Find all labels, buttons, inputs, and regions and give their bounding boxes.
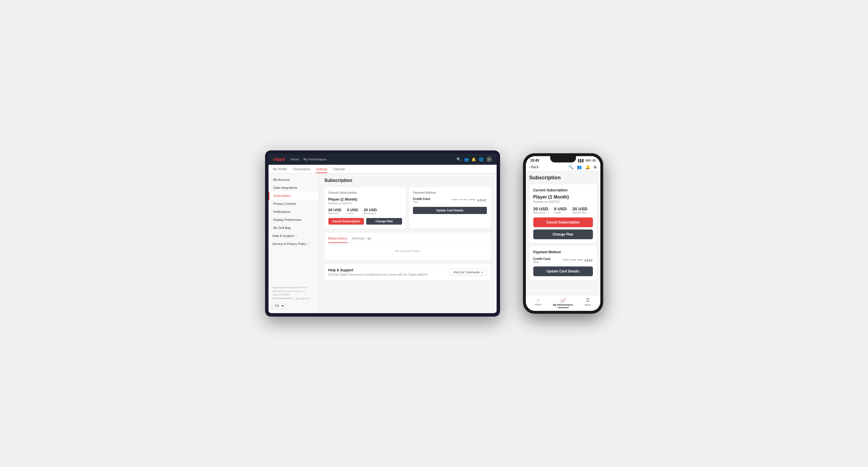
sidebar-item-my-golf-bag[interactable]: My Golf Bag › bbox=[269, 224, 318, 232]
phone-nav-bar: ‹ Back 🔍 👥 🔔 ⊕ bbox=[526, 164, 600, 171]
signal-icon: ▌▌▌ bbox=[578, 159, 584, 162]
search-icon[interactable]: 🔍 bbox=[568, 165, 574, 169]
phone-amount-due-label: Amount due bbox=[572, 211, 587, 214]
chevron-icon: › bbox=[313, 186, 314, 189]
no-invoices-message: No Invoices Found bbox=[329, 246, 487, 256]
phone-payment-method-card: Payment Method Credit Card Visa **** ***… bbox=[529, 246, 597, 280]
nav-link-performance[interactable]: My Performance bbox=[304, 158, 327, 161]
sidebar-item-my-account[interactable]: My Account › bbox=[269, 176, 318, 184]
billing-tabs: Billing History Referrals 0 bbox=[329, 237, 487, 243]
cancel-subscription-button[interactable]: Cancel Subscription bbox=[329, 218, 364, 225]
active-indicator bbox=[557, 307, 569, 308]
tab-tutorials[interactable]: Tutorials bbox=[333, 167, 345, 173]
phone-nav-menu[interactable]: ☰ Menu bbox=[576, 298, 600, 308]
phone-nav-performance[interactable]: 📈 My Performance bbox=[551, 298, 576, 308]
plus-circle-icon[interactable]: ⊕ bbox=[593, 165, 597, 169]
phone-payment-brand: Visa bbox=[533, 260, 551, 263]
phone-payment-number: **** **** **** 4242 bbox=[563, 259, 593, 262]
current-subscription-label: Current Subscription bbox=[329, 191, 402, 194]
phone-change-plan-button[interactable]: Change Plan bbox=[533, 229, 593, 239]
tablet-sidebar: My Account › Data Integrations › Subscri… bbox=[269, 173, 319, 313]
bell-icon[interactable]: 🔔 bbox=[585, 165, 590, 169]
wifi-icon: WiFi bbox=[585, 159, 591, 162]
tablet-device: clippd Home My Performance 🔍 👥 🔔 🌐 A My … bbox=[265, 150, 500, 317]
tab-my-profile[interactable]: My Profile bbox=[273, 167, 287, 173]
base-price-item: 20 USD Base price bbox=[329, 208, 342, 215]
home-icon: ⌂ bbox=[537, 298, 539, 303]
bell-icon[interactable]: 🔔 bbox=[471, 157, 476, 162]
phone-current-subscription-card: Current Subscription Player (1 Month) Re… bbox=[529, 184, 597, 243]
external-link-icon: ↗ bbox=[481, 271, 483, 274]
back-button[interactable]: ‹ Back bbox=[529, 165, 539, 169]
sidebar-label-my-account: My Account bbox=[273, 178, 290, 181]
cards-row: Current Subscription Player (1 Month) Re… bbox=[324, 187, 491, 229]
version2: GDL Server Version: 2023.7.4.3 bbox=[273, 290, 314, 293]
phone-nav-home[interactable]: ⌂ Home bbox=[526, 298, 551, 308]
payment-details-row: Credit Card Visa **** **** **** 4242 bbox=[413, 197, 487, 204]
tab-connections[interactable]: Connections bbox=[292, 167, 310, 173]
performance-label: My Performance bbox=[553, 303, 573, 306]
sidebar-link-help[interactable]: Help & Support ↗ bbox=[269, 232, 318, 240]
sidebar-item-privacy-controls[interactable]: Privacy Controls › bbox=[269, 200, 318, 208]
phone-notch bbox=[550, 156, 576, 162]
phone-plan-name: Player (1 Month) bbox=[533, 194, 593, 200]
sidebar-item-data-integrations[interactable]: Data Integrations › bbox=[269, 184, 318, 192]
phone-device: 10:43 ▌▌▌ WiFi 85 ‹ Back 🔍 👥 🔔 ⊕ Subscri… bbox=[523, 153, 603, 314]
phone-payment-left: Credit Card Visa bbox=[533, 257, 551, 263]
visit-community-button[interactable]: Visit Our Community ↗ bbox=[450, 269, 487, 276]
globe-icon[interactable]: 🌐 bbox=[479, 157, 484, 162]
tablet-screen: clippd Home My Performance 🔍 👥 🔔 🌐 A My … bbox=[269, 154, 497, 313]
sidebar-label-display-preferences: Display Preferences bbox=[273, 218, 302, 221]
sidebar-link-privacy-policy[interactable]: Service & Privacy Policy ↗ bbox=[269, 240, 318, 248]
search-icon[interactable]: 🔍 bbox=[457, 157, 461, 162]
sidebar-item-display-preferences[interactable]: Display Preferences › bbox=[269, 216, 318, 224]
phone-update-card-button[interactable]: Update Card Details bbox=[533, 267, 593, 276]
phone-bottom-nav: ⌂ Home 📈 My Performance ☰ Menu bbox=[526, 295, 600, 311]
tab-settings[interactable]: Settings bbox=[316, 167, 328, 173]
phone-base-price-item: 20 USD Base price bbox=[533, 206, 549, 214]
avatar[interactable]: A bbox=[486, 156, 492, 162]
phone-nav-icons: 🔍 👥 🔔 ⊕ bbox=[568, 165, 597, 169]
menu-icon: ☰ bbox=[586, 298, 590, 303]
menu-label: Menu bbox=[585, 303, 591, 306]
payment-method-card: Payment Method Credit Card Visa **** ***… bbox=[409, 187, 491, 229]
referrals-label: Referrals bbox=[352, 237, 365, 240]
sidebar-label-subscription: Subscription bbox=[273, 194, 291, 197]
phone-status-icons: ▌▌▌ WiFi 85 bbox=[578, 159, 595, 162]
tablet-nav-icons: 🔍 👥 🔔 🌐 A bbox=[457, 156, 492, 162]
billing-history-label: Billing History bbox=[329, 237, 348, 240]
sidebar-item-subscription[interactable]: Subscription › bbox=[269, 192, 318, 200]
phone-pricing: 20 USD Base price 0 USD Credit 20 USD Am… bbox=[533, 206, 593, 214]
sidebar-item-notifications[interactable]: Notifications › bbox=[269, 208, 318, 216]
phone-amount-due-item: 20 USD Amount due bbox=[572, 206, 587, 214]
credit-label: Credit bbox=[347, 212, 358, 215]
nav-link-home[interactable]: Home bbox=[290, 158, 299, 161]
base-price-label: Base price bbox=[329, 212, 342, 215]
tab-referrals[interactable]: Referrals 0 bbox=[352, 237, 372, 243]
amount-due-label: Amount due bbox=[364, 212, 377, 215]
phone-payment-type: Credit Card bbox=[533, 257, 551, 260]
help-section: Help & Support Visit the Clippd Communit… bbox=[324, 264, 491, 280]
sidebar-help-label: Help & Support bbox=[273, 234, 294, 238]
chevron-icon: › bbox=[313, 202, 314, 205]
sidebar-privacy-label: Service & Privacy Policy bbox=[273, 242, 307, 246]
phone-screen: 10:43 ▌▌▌ WiFi 85 ‹ Back 🔍 👥 🔔 ⊕ Subscri… bbox=[526, 156, 600, 311]
sidebar-label-data-integrations: Data Integrations bbox=[273, 186, 298, 189]
people-icon[interactable]: 👥 bbox=[577, 165, 582, 169]
external-link-icon: ↗ bbox=[308, 242, 310, 245]
battery-icon: 85 bbox=[592, 159, 595, 162]
change-plan-button[interactable]: Change Plan bbox=[366, 218, 402, 225]
phone-credit-item: 0 USD Credit bbox=[554, 206, 566, 214]
language-selector: EN bbox=[273, 303, 314, 309]
tab-billing-history[interactable]: Billing History bbox=[329, 237, 348, 243]
language-select[interactable]: EN bbox=[273, 303, 285, 309]
payment-brand: Visa bbox=[413, 200, 430, 204]
update-card-button[interactable]: Update Card Details bbox=[413, 207, 487, 214]
phone-cancel-subscription-button[interactable]: Cancel Subscription bbox=[533, 217, 593, 227]
phone-base-price-label: Base price bbox=[533, 211, 549, 214]
subscription-pricing: 20 USD Base price 0 USD Credit 20 USD Am… bbox=[329, 208, 402, 215]
people-icon[interactable]: 👥 bbox=[464, 157, 468, 162]
subscription-renews: Renews on 25/07/23 bbox=[329, 202, 402, 205]
tablet-nav-links: Home My Performance bbox=[290, 158, 457, 161]
back-label: Back bbox=[531, 165, 539, 169]
